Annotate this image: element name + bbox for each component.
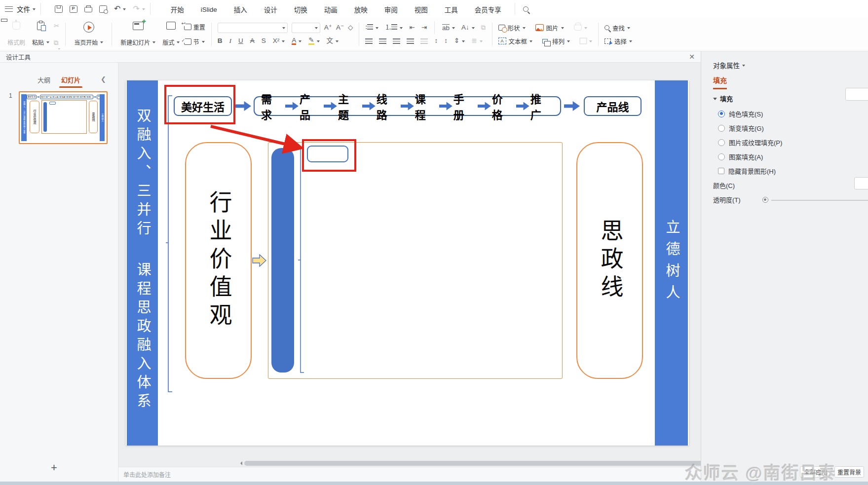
- undo-icon[interactable]: ↶: [114, 5, 120, 13]
- menu-tab[interactable]: 视图: [406, 0, 436, 18]
- fill-section-header[interactable]: 填充: [713, 94, 733, 103]
- strikethrough-button[interactable]: A: [250, 37, 255, 44]
- phonetic-guide-button[interactable]: 文: [327, 37, 339, 44]
- blue-pill-shape[interactable]: [271, 148, 294, 373]
- font-color-button[interactable]: A: [292, 37, 302, 45]
- collapse-panel-icon[interactable]: ❮: [101, 75, 106, 83]
- menu-tab[interactable]: 切换: [286, 0, 316, 18]
- redo-chevron-icon[interactable]: [142, 8, 145, 12]
- arrange-button[interactable]: 排列: [542, 37, 570, 46]
- fill-option-pattern[interactable]: 图案填充(A): [718, 152, 763, 161]
- menu-tab[interactable]: 会员专享: [466, 0, 510, 18]
- right-blue-band[interactable]: 立德树人: [655, 80, 688, 446]
- select-button[interactable]: 选择: [604, 37, 632, 46]
- layout-chevron-icon[interactable]: [177, 41, 180, 45]
- align-right-icon[interactable]: [393, 38, 400, 44]
- text-direction-button[interactable]: A↓: [461, 24, 475, 31]
- decrease-indent-icon[interactable]: ⇤: [409, 24, 415, 31]
- notes-bar[interactable]: 单击此处添加备注: [118, 467, 701, 482]
- section-chevron-icon[interactable]: [202, 41, 205, 44]
- clipboard-launcher-icon[interactable]: ⌄: [57, 45, 61, 50]
- reset-button[interactable]: 重置: [184, 23, 205, 31]
- find-button[interactable]: 查找: [604, 23, 630, 33]
- bullet-list-button[interactable]: ∶: [365, 24, 378, 31]
- tall-bracket-shape[interactable]: [165, 95, 173, 392]
- color-swatch[interactable]: [854, 177, 868, 189]
- tab-slides[interactable]: 幻灯片: [58, 74, 83, 88]
- transparency-slider-handle[interactable]: [762, 197, 768, 203]
- picture-button[interactable]: 图片: [535, 23, 564, 33]
- frame-button[interactable]: [580, 38, 592, 44]
- tab-outline[interactable]: 大纲: [35, 74, 53, 88]
- menu-tab[interactable]: 动画: [316, 0, 346, 18]
- justify-icon[interactable]: [407, 38, 414, 44]
- transparency-slider-track[interactable]: [771, 200, 868, 201]
- line-spacing-decrease-icon[interactable]: ↕: [444, 37, 448, 44]
- print-preview-icon[interactable]: [99, 5, 107, 13]
- bold-button[interactable]: B: [218, 37, 223, 44]
- text-shadow-button[interactable]: S: [262, 37, 266, 44]
- flow-chain-box[interactable]: 需求产品主题线路课程手册价格推广: [254, 96, 561, 116]
- format-painter-button[interactable]: 格式刷: [4, 20, 29, 49]
- tab-fill[interactable]: 填充: [713, 75, 727, 89]
- editing-canvas[interactable]: 双融入、三并行 课程思政融入体系 美好生活 需求产品主题线路课程手册价格推广 产…: [118, 63, 701, 467]
- paste-chevron-icon[interactable]: [46, 41, 49, 45]
- hide-background-checkbox[interactable]: 隐藏背景图形(H): [718, 166, 776, 176]
- menu-tab[interactable]: 工具: [436, 0, 466, 18]
- align-left-icon[interactable]: [365, 38, 373, 44]
- new-slide-button[interactable]: 新建幻灯片: [117, 20, 159, 49]
- close-icon[interactable]: ✕: [689, 53, 695, 60]
- export-pdf-icon[interactable]: [70, 5, 77, 13]
- content-outline-rect[interactable]: [268, 142, 563, 379]
- decrease-font-button[interactable]: A⁻: [336, 24, 344, 31]
- textbox-button[interactable]: 文本框: [498, 37, 533, 46]
- slide-thumbnail[interactable]: 双融入、三并行 课程思政融入体系 美好生活 需求产品主题线路课程手册价格推广 产…: [19, 91, 108, 144]
- play-chevron-icon[interactable]: [100, 41, 103, 45]
- layout-button[interactable]: 版式: [159, 20, 183, 49]
- small-bracket-shape[interactable]: [298, 148, 305, 373]
- flow-arrow-icon[interactable]: [235, 101, 251, 111]
- underline-button[interactable]: U: [238, 37, 243, 44]
- hscroll-left-arrow-icon[interactable]: [238, 461, 242, 465]
- save-icon[interactable]: [55, 5, 63, 13]
- menu-tab[interactable]: 审阅: [376, 0, 406, 18]
- italic-button[interactable]: I: [229, 37, 232, 44]
- highlight-color-button[interactable]: ✎: [308, 37, 319, 45]
- undo-chevron-icon[interactable]: [123, 8, 126, 12]
- file-menu-chevron-icon[interactable]: [33, 8, 36, 12]
- new-slide-plus-button[interactable]: +: [51, 461, 57, 474]
- redo-icon[interactable]: ↷: [133, 5, 139, 13]
- play-from-current-button[interactable]: 当页开始: [71, 20, 107, 49]
- clear-format-icon[interactable]: ◇: [348, 24, 353, 31]
- superscript-button[interactable]: X²: [273, 37, 285, 44]
- hamburger-menu-icon[interactable]: [5, 6, 13, 12]
- line-spacing-button[interactable]: ⇕: [454, 37, 465, 44]
- left-blue-band[interactable]: 双融入、三并行 课程思政融入体系: [127, 80, 158, 446]
- increase-indent-icon[interactable]: ⇥: [421, 24, 427, 31]
- search-icon[interactable]: [523, 6, 528, 12]
- font-size-select[interactable]: [292, 23, 320, 33]
- panel-title[interactable]: 对象属性: [713, 60, 745, 70]
- copy-icon[interactable]: ⧉: [54, 39, 59, 46]
- fill-option-picture-texture[interactable]: 图片或纹理填充(P): [718, 138, 782, 147]
- menu-tab[interactable]: 放映: [346, 0, 376, 18]
- menu-tab[interactable]: 开始: [162, 0, 192, 18]
- numbered-list-button[interactable]: ⒈: [385, 24, 403, 31]
- fill-preview-swatch[interactable]: [845, 88, 868, 101]
- distribute-icon[interactable]: [420, 38, 428, 44]
- align-center-icon[interactable]: [379, 38, 386, 44]
- flow-end-box[interactable]: 产品线: [584, 96, 642, 116]
- line-spacing-increase-icon[interactable]: ↕: [434, 37, 438, 44]
- fill-option-gradient[interactable]: 渐变填充(G): [718, 123, 764, 133]
- print-icon[interactable]: [84, 7, 92, 12]
- font-name-select[interactable]: [218, 23, 288, 33]
- file-menu[interactable]: 文件: [17, 4, 30, 14]
- slide-surface[interactable]: 双融入、三并行 课程思政融入体系 美好生活 需求产品主题线路课程手册价格推广 产…: [126, 80, 689, 446]
- text-highlight-ab-button[interactable]: ab: [442, 24, 455, 32]
- industry-values-box[interactable]: 行业价值观: [185, 142, 252, 379]
- fill-option-solid[interactable]: 纯色填充(S): [718, 109, 763, 118]
- reset-background-button[interactable]: 重置背景: [834, 466, 864, 478]
- flow-arrow-icon[interactable]: [564, 101, 580, 111]
- menu-tab[interactable]: 插入: [226, 0, 256, 18]
- ideology-line-box[interactable]: 思政线: [576, 142, 643, 379]
